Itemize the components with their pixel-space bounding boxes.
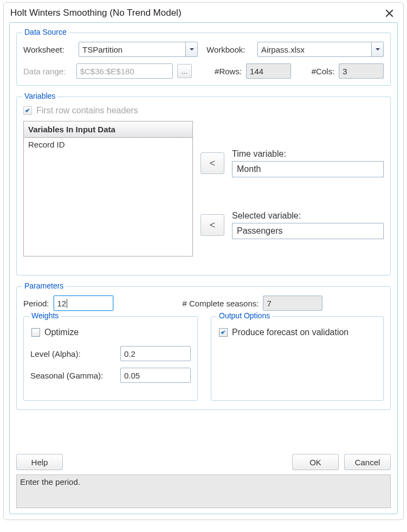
- group-title-output: Output Options: [217, 311, 272, 320]
- group-data-source: Data Source Worksheet: TSPartition Workb…: [16, 33, 391, 86]
- dialog-title: Holt Winters Smoothing (No Trend Model): [10, 8, 182, 18]
- forecast-checkbox[interactable]: Produce forecast on validation: [219, 328, 348, 337]
- time-var-value: Month: [237, 164, 261, 174]
- time-var-label: Time variable:: [232, 149, 384, 159]
- cols-label: #Cols:: [312, 67, 335, 76]
- cancel-label: Cancel: [355, 458, 380, 467]
- status-text: Enter the period.: [20, 477, 80, 486]
- workbook-value: Airpass.xlsx: [261, 45, 371, 54]
- cols-field: 3: [339, 63, 384, 79]
- alpha-value: 0.2: [124, 349, 135, 358]
- gamma-value: 0.05: [124, 371, 140, 380]
- checkbox-box: [219, 328, 228, 337]
- gamma-label: Seasonal (Gamma):: [30, 371, 116, 380]
- data-range-value: $C$36:$E$180: [80, 67, 134, 76]
- input-vars-header: Variables In Input Data: [24, 121, 192, 138]
- group-parameters: Parameters Period: 12 # Complete seasons…: [16, 286, 391, 410]
- workbook-select[interactable]: Airpass.xlsx: [257, 42, 384, 57]
- worksheet-label: Worksheet:: [23, 45, 74, 54]
- first-row-headers-label: First row contains headers: [36, 106, 138, 116]
- period-label: Period:: [23, 299, 49, 308]
- chevron-down-icon: [189, 47, 195, 52]
- selected-var-label: Selected variable:: [232, 211, 384, 221]
- close-icon: [385, 9, 393, 17]
- data-range-field[interactable]: $C$36:$E$180: [76, 63, 173, 79]
- optimize-checkbox[interactable]: Optimize: [31, 328, 79, 337]
- seasons-label: # Complete seasons:: [183, 299, 259, 308]
- group-output-options: Output Options Produce forecast on valid…: [211, 316, 384, 401]
- group-variables: Variables First row contains headers Var…: [16, 97, 391, 275]
- group-weights: Weights Optimize Level (Alpha): 0.2 Seas…: [23, 316, 198, 401]
- move-time-var-button[interactable]: <: [201, 152, 224, 174]
- arrow-left-icon: <: [210, 220, 216, 231]
- workbook-label: Workbook:: [206, 45, 253, 54]
- alpha-input[interactable]: 0.2: [120, 346, 191, 361]
- rows-label: #Rows:: [215, 67, 242, 76]
- ellipsis-icon: ...: [182, 67, 188, 75]
- checkbox-box: [23, 106, 32, 115]
- worksheet-select[interactable]: TSPartition: [79, 42, 198, 57]
- first-row-headers-checkbox: First row contains headers: [23, 106, 138, 116]
- checkbox-box: [31, 328, 40, 337]
- selected-var-field[interactable]: Passengers: [232, 223, 384, 239]
- ok-label: OK: [309, 458, 321, 467]
- group-title-weights: Weights: [29, 311, 61, 320]
- status-bar: Enter the period.: [16, 475, 391, 508]
- data-range-browse-button[interactable]: ...: [177, 64, 192, 78]
- alpha-label: Level (Alpha):: [30, 349, 116, 358]
- chevron-down-icon: [375, 47, 380, 52]
- forecast-label: Produce forecast on validation: [232, 328, 348, 337]
- footer: Help OK Cancel Enter the period.: [16, 439, 391, 508]
- seasons-value: 7: [267, 299, 271, 308]
- help-label: Help: [31, 458, 48, 467]
- gamma-input[interactable]: 0.05: [120, 368, 191, 383]
- optimize-label: Optimize: [44, 328, 79, 337]
- cancel-button[interactable]: Cancel: [344, 454, 391, 470]
- dropdown-button[interactable]: [185, 42, 197, 56]
- ok-button[interactable]: OK: [292, 454, 339, 470]
- cols-value: 3: [343, 67, 347, 76]
- dialog-window: Holt Winters Smoothing (No Trend Model) …: [3, 2, 404, 520]
- worksheet-value: TSPartition: [82, 45, 185, 54]
- group-title-parameters: Parameters: [22, 281, 66, 290]
- group-title-data-source: Data Source: [22, 28, 69, 36]
- time-var-field[interactable]: Month: [232, 161, 384, 177]
- period-value: 12: [57, 299, 67, 308]
- checkmark-icon: [24, 107, 31, 114]
- rows-value: 144: [250, 67, 263, 76]
- help-button[interactable]: Help: [16, 454, 63, 470]
- checkmark-icon: [220, 329, 227, 336]
- dropdown-button[interactable]: [371, 42, 383, 56]
- data-range-label: Data range:: [23, 67, 72, 76]
- titlebar: Holt Winters Smoothing (No Trend Model): [4, 3, 403, 21]
- text-caret: [67, 299, 67, 308]
- list-item[interactable]: Record ID: [24, 138, 192, 151]
- rows-field: 144: [246, 63, 291, 79]
- period-input[interactable]: 12: [54, 296, 113, 311]
- dialog-body: Data Source Worksheet: TSPartition Workb…: [9, 22, 398, 514]
- input-vars-list[interactable]: Variables In Input Data Record ID: [23, 121, 193, 257]
- seasons-field: 7: [263, 296, 322, 311]
- move-selected-var-button[interactable]: <: [201, 214, 224, 236]
- group-title-variables: Variables: [22, 92, 57, 100]
- arrow-left-icon: <: [210, 158, 216, 169]
- close-button[interactable]: [382, 5, 397, 21]
- selected-var-value: Passengers: [237, 226, 283, 236]
